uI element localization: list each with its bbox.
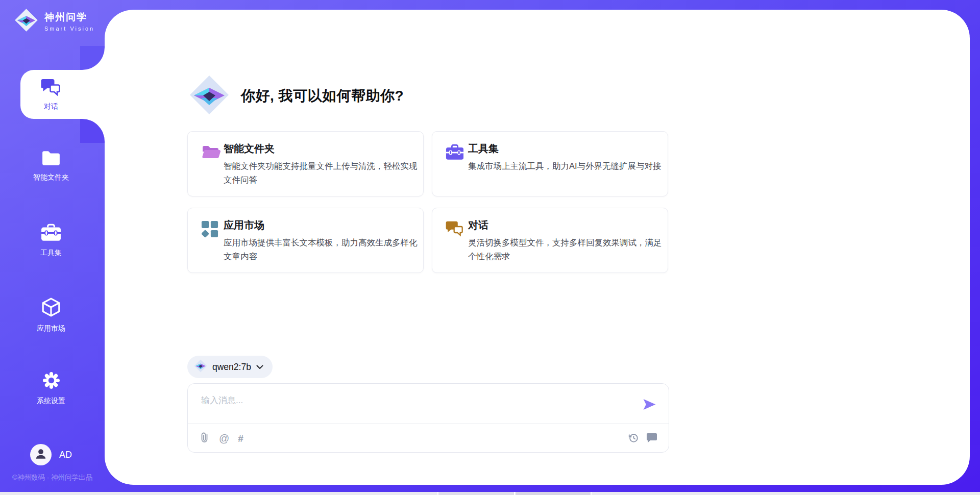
card-chat[interactable]: 对话 灵活切换多模型文件，支持多样回复效果调试，满足个性化需求: [432, 208, 668, 273]
brand-subtitle: Smart Vision: [44, 26, 94, 32]
mention-button[interactable]: @: [219, 433, 229, 443]
paperclip-icon: [200, 431, 210, 445]
card-description: 智能文件夹功能支持批量文件上传与清洗，轻松实现文件问答: [224, 159, 419, 186]
sidebar-item-label: 对话: [44, 102, 58, 111]
tab-fillet-top: [80, 46, 105, 70]
brand-logo-block: 神州问学 Smart Vision: [14, 8, 94, 34]
brand-diamond-icon: [14, 8, 38, 34]
taskbar-segment: [437, 492, 515, 495]
message-input[interactable]: [201, 392, 620, 409]
chat-bubbles-icon: [40, 78, 62, 98]
briefcase-icon: [446, 144, 464, 163]
person-icon: [34, 447, 47, 462]
card-smart-folder[interactable]: 智能文件夹 智能文件夹功能支持批量文件上传与清洗，轻松实现文件问答: [187, 131, 424, 196]
hashtag-button[interactable]: #: [238, 434, 243, 443]
sidebar-item-toolkit[interactable]: 工具集: [0, 224, 102, 258]
taskbar-strip: [0, 492, 980, 495]
sidebar-item-chat[interactable]: 对话: [20, 70, 107, 119]
sidebar-item-label: 应用市场: [37, 324, 65, 333]
attachment-button[interactable]: [200, 431, 210, 445]
conversation-button[interactable]: [646, 433, 657, 445]
model-name: qwen2:7b: [212, 362, 251, 373]
content-area: 你好, 我可以如何帮助你? 智能文件夹 智能文件夹功能支持批量文件上传与清洗，轻…: [187, 0, 669, 475]
app-grid-icon: [201, 220, 218, 240]
tab-fillet-bottom: [80, 119, 105, 143]
folder-open-icon: [201, 144, 220, 161]
card-title: 应用市场: [224, 218, 264, 232]
sidebar-item-label: 智能文件夹: [33, 173, 69, 182]
chevron-down-icon: [256, 362, 263, 372]
card-description: 集成市场上主流工具，助力AI与外界无缝扩展与对接: [468, 159, 663, 173]
card-app-market[interactable]: 应用市场 应用市场提供丰富长文本模板，助力高效生成多样化文章内容: [187, 208, 424, 273]
composer-divider: [188, 423, 669, 424]
greeting-block: 你好, 我可以如何帮助你?: [189, 75, 404, 117]
card-description: 应用市场提供丰富长文本模板，助力高效生成多样化文章内容: [224, 236, 419, 263]
card-title: 工具集: [468, 142, 499, 156]
history-button[interactable]: [628, 432, 639, 445]
brand-name: 神州问学: [44, 11, 94, 24]
card-title: 智能文件夹: [224, 142, 275, 156]
sidebar-item-smart-folder[interactable]: 智能文件夹: [0, 150, 102, 182]
message-composer: @ #: [187, 383, 669, 453]
model-diamond-icon: [194, 359, 207, 375]
model-selector[interactable]: qwen2:7b: [187, 356, 273, 378]
taskbar-segment: [516, 492, 592, 495]
user-account[interactable]: AD: [0, 444, 102, 465]
send-icon: [643, 405, 656, 412]
card-description: 灵活切换多模型文件，支持多样回复效果调试，满足个性化需求: [468, 236, 663, 263]
assistant-diamond-icon: [189, 75, 230, 117]
send-button[interactable]: [642, 398, 656, 411]
history-clock-icon: [628, 432, 639, 445]
app-window: 神州问学 Smart Vision 对话 智能文件夹: [0, 0, 980, 495]
copyright-footer: ©神州数码 · 神州问学出品: [0, 473, 105, 482]
cube-icon: [41, 297, 61, 319]
sidebar-item-app-market[interactable]: 应用市场: [0, 297, 102, 333]
gear-icon: [42, 371, 61, 392]
sidebar-item-settings[interactable]: 系统设置: [0, 371, 102, 406]
chat-bubble-icon: [646, 433, 657, 445]
feature-cards: 智能文件夹 智能文件夹功能支持批量文件上传与清洗，轻松实现文件问答 工具集 集成…: [187, 131, 669, 273]
greeting-title: 你好, 我可以如何帮助你?: [241, 86, 404, 106]
sidebar-item-label: 工具集: [40, 249, 62, 258]
sidebar-item-label: 系统设置: [37, 397, 65, 406]
avatar: [30, 444, 52, 465]
card-toolkit[interactable]: 工具集 集成市场上主流工具，助力AI与外界无缝扩展与对接: [432, 131, 668, 196]
folder-icon: [41, 150, 61, 168]
user-name: AD: [59, 450, 72, 460]
briefcase-icon: [41, 224, 61, 244]
chat-bubbles-icon: [446, 220, 464, 239]
card-title: 对话: [468, 218, 488, 232]
